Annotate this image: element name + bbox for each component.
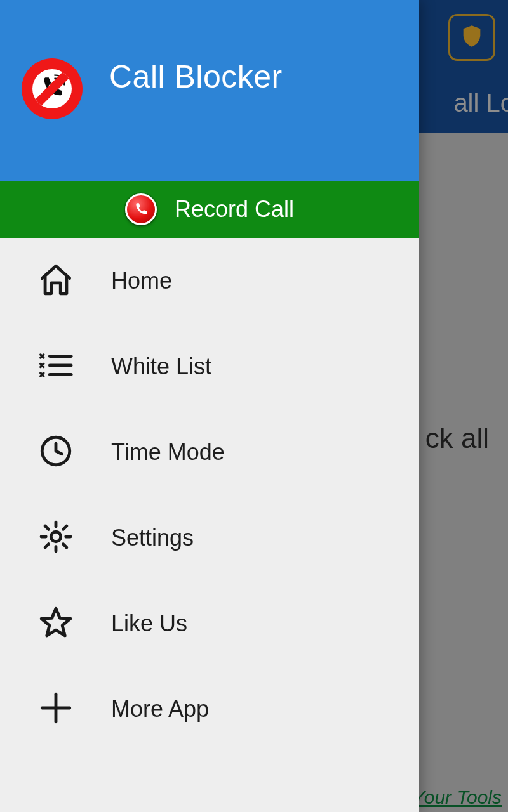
menu-label: More App [111,696,209,723]
app-root: all Lo ck all Your Tools [0,0,508,812]
record-phone-icon [125,193,157,225]
record-call-button[interactable]: Record Call [0,181,419,238]
drawer-header: Call Blocker [0,0,419,181]
menu-item-moreapp[interactable]: More App [0,666,419,752]
gear-icon [37,518,74,558]
menu-label: Home [111,268,172,294]
menu-item-timemode[interactable]: Time Mode [0,409,419,495]
star-icon [37,604,74,643]
plus-icon [37,690,74,729]
home-icon [37,261,74,301]
menu-item-home[interactable]: Home [0,238,419,324]
menu-item-whitelist[interactable]: White List [0,324,419,409]
menu-item-likeus[interactable]: Like Us [0,580,419,666]
menu-label: White List [111,353,211,380]
nav-drawer: Call Blocker Record Call Home [0,0,419,812]
app-logo [22,58,83,119]
menu-label: Time Mode [111,439,225,466]
clock-icon [37,433,74,472]
menu-label: Like Us [111,610,187,637]
drawer-title: Call Blocker [109,58,283,95]
record-call-label: Record Call [175,196,294,223]
list-icon [37,347,74,386]
menu-label: Settings [111,525,194,551]
svg-point-4 [51,532,60,541]
menu-item-settings[interactable]: Settings [0,495,419,580]
menu-list: Home White List [0,238,419,812]
